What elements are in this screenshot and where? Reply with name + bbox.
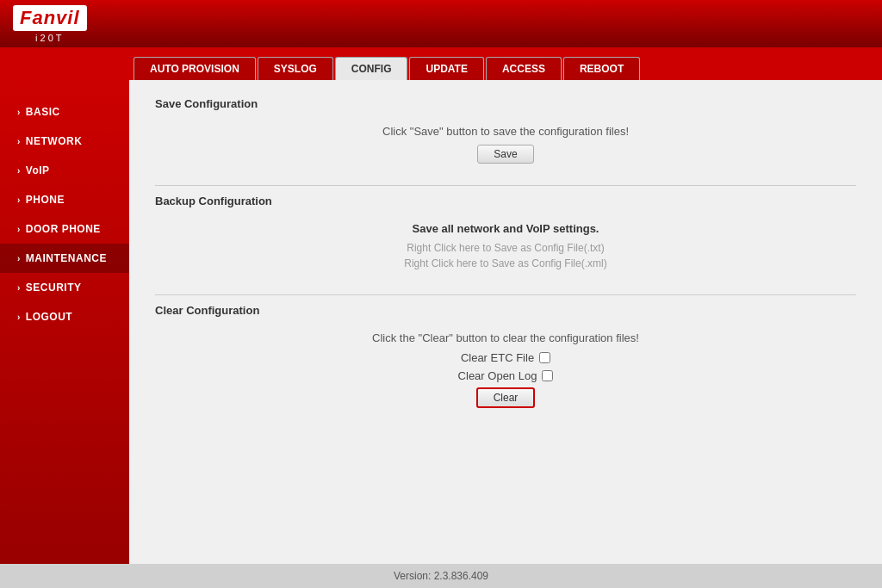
save-configuration-section: Save Configuration Click "Save" button t… [155,97,856,186]
chevron-right-icon: › [17,254,21,263]
sidebar-item-door-phone[interactable]: ›DOOR PHONE [0,214,129,244]
sidebar-item-phone[interactable]: ›PHONE [0,185,129,214]
nav-tab-syslog[interactable]: SYSLOG [258,57,333,80]
nav-tab-config[interactable]: CONFIG [335,57,408,80]
header: Fanvil i20T [0,0,882,47]
chevron-right-icon: › [17,283,21,293]
sidebar-item-voip[interactable]: ›VoIP [0,156,129,185]
sidebar-item-label: DOOR PHONE [26,223,101,235]
clear-etc-label: Clear ETC File [461,351,534,364]
sidebar-item-security[interactable]: ›SECURITY [0,273,129,302]
clear-open-log-row: Clear Open Log [155,369,856,382]
nav-tab-reboot[interactable]: REBOOT [563,57,640,80]
clear-configuration-title: Clear Configuration [155,304,856,317]
sidebar-item-basic[interactable]: ›BASIC [0,97,129,127]
nav-tab-update[interactable]: UPDATE [409,57,483,80]
sidebar: ›BASIC›NETWORK›VoIP›PHONE›DOOR PHONE›MAI… [0,80,129,564]
clear-open-log-label: Clear Open Log [458,369,537,382]
clear-configuration-section: Clear Configuration Click the "Clear" bu… [155,304,856,430]
chevron-right-icon: › [17,225,21,234]
chevron-right-icon: › [17,195,21,205]
clear-open-log-checkbox[interactable] [542,370,553,381]
sidebar-item-label: VoIP [26,164,50,176]
sidebar-item-label: PHONE [26,194,65,206]
backup-configuration-title: Backup Configuration [155,195,856,207]
nav-tab-access[interactable]: ACCESS [486,57,562,80]
clear-description: Click the "Clear" button to clear the co… [155,331,856,344]
logo-area: Fanvil i20T [13,5,87,43]
layout: ›BASIC›NETWORK›VoIP›PHONE›DOOR PHONE›MAI… [0,80,882,564]
sidebar-item-label: NETWORK [26,135,83,147]
sidebar-item-label: BASIC [26,106,60,118]
backup-description: Save all network and VoIP settings. [155,222,856,235]
sidebar-item-logout[interactable]: ›LOGOUT [0,302,129,331]
chevron-right-icon: › [17,108,21,117]
version-text: Version: 2.3.836.409 [394,570,488,582]
sidebar-item-maintenance[interactable]: ›MAINTENANCE [0,244,129,273]
save-configuration-description: Click "Save" button to save the configur… [155,125,856,138]
clear-configuration-content: Click the "Clear" button to clear the co… [155,327,856,412]
save-button[interactable]: Save [477,145,533,164]
clear-etc-row: Clear ETC File [155,351,856,364]
nav-tab-auto-provision[interactable]: AUTO PROVISION [134,57,256,80]
backup-link-txt[interactable]: Right Click here to Save as Config File(… [155,242,856,254]
sidebar-item-network[interactable]: ›NETWORK [0,127,129,156]
clear-button[interactable]: Clear [476,387,536,408]
chevron-right-icon: › [17,137,21,146]
sidebar-item-label: SECURITY [26,282,82,294]
sidebar-item-label: LOGOUT [26,311,72,323]
sidebar-item-label: MAINTENANCE [26,252,107,264]
backup-configuration-content: Save all network and VoIP settings. Righ… [155,218,856,277]
logo-brand: Fanvil [13,5,87,31]
save-configuration-title: Save Configuration [155,97,856,110]
nav-tabs: AUTO PROVISIONSYSLOGCONFIGUPDATEACCESSRE… [0,47,882,80]
backup-configuration-section: Backup Configuration Save all network an… [155,195,856,295]
footer: Version: 2.3.836.409 [0,564,882,588]
chevron-right-icon: › [17,166,21,176]
save-configuration-content: Click "Save" button to save the configur… [155,121,856,168]
backup-link-xml[interactable]: Right Click here to Save as Config File(… [155,257,856,269]
clear-etc-checkbox[interactable] [539,352,550,363]
chevron-right-icon: › [17,313,21,322]
main-content: Save Configuration Click "Save" button t… [129,80,882,564]
logo-model: i20T [35,33,64,43]
